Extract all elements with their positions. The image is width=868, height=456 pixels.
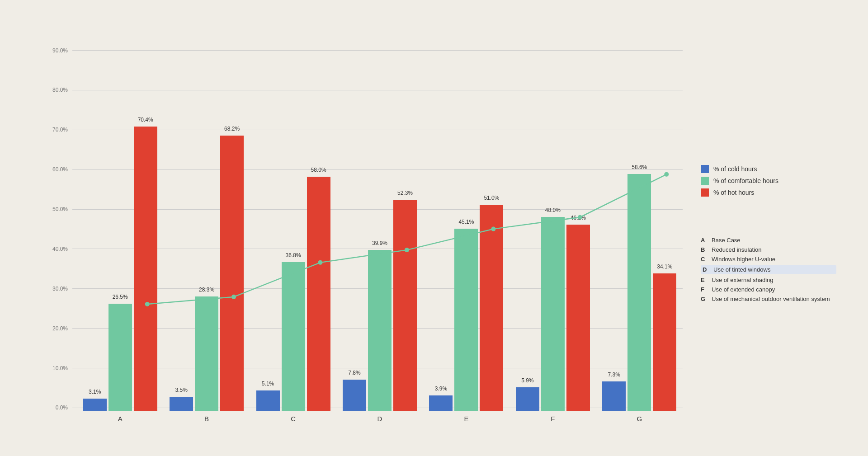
grid-bars-container: 90.0%80.0%70.0%60.0%50.0%40.0%30.0%20.0%… [50,47,683,411]
x-axis-label: F [535,415,571,423]
legend-label: % of comfortable hours [713,177,778,184]
legend-key-letter: F [701,286,708,293]
bar-group: 5.1%36.8%58.0% [250,47,336,411]
bar-group: 7.8%39.9%52.3% [336,47,423,411]
legend-key-item: C Windows higher U-value [701,256,836,263]
hot-bar: 51.0% [480,205,503,411]
cold-bar: 5.1% [256,390,280,411]
cold-bar: 7.3% [602,381,626,411]
legend-key-description: Reduced insulation [712,246,762,253]
comfortable-bar-label: 45.1% [458,219,474,225]
hot-bar: 52.3% [393,200,417,411]
legend-key-item: D Use of tinted windows [701,265,836,274]
y-tick-label: 60.0% [50,166,72,173]
chart-container: 90.0%80.0%70.0%60.0%50.0%40.0%30.0%20.0%… [23,16,845,441]
x-axis-label: E [448,415,484,423]
cold-bar-label: 5.9% [521,377,533,384]
hot-bar: 34.1% [653,273,676,411]
legend-key-item: B Reduced insulation [701,246,836,253]
bar-group: 3.5%28.3%68.2% [163,47,250,411]
legend-swatch [701,188,709,197]
comfortable-bar: 58.6% [627,174,651,411]
hot-bar: 68.2% [220,136,244,411]
hot-bar-label: 52.3% [397,190,413,196]
hot-bar-label: 58.0% [311,167,326,173]
comfortable-bar: 26.5% [108,304,132,411]
legend-divider [701,223,836,223]
hot-bar: 46.1% [566,225,590,411]
cold-bar-label: 3.5% [175,387,187,393]
comfortable-bar: 45.1% [454,229,478,411]
cold-bar: 5.9% [516,387,539,411]
comfortable-bar-label: 58.6% [632,164,647,170]
x-axis-label: A [102,415,138,423]
x-axis-label: G [621,415,657,423]
cold-bar-label: 7.8% [348,370,360,376]
bars-row: 3.5%28.3%68.2% [170,47,244,411]
hot-bar-label: 34.1% [657,263,672,270]
cold-bar-label: 3.9% [435,385,447,392]
bar-group: 3.1%26.5%70.4% [77,47,163,411]
bar-group: 3.9%45.1%51.0% [423,47,509,411]
legend-swatch [701,177,709,185]
legend-color-section: % of cold hours % of comfortable hours %… [701,165,836,200]
legend-key-description: Use of tinted windows [713,266,770,273]
y-tick-label: 40.0% [50,246,72,252]
hot-bar-label: 46.1% [571,215,586,221]
y-tick-label: 10.0% [50,365,72,371]
y-tick-label: 80.0% [50,87,72,93]
bars-row: 7.3%58.6%34.1% [602,47,676,411]
comfortable-bar: 48.0% [541,217,565,411]
legend-item: % of hot hours [701,188,836,197]
legend-area: % of cold hours % of comfortable hours %… [683,47,836,423]
legend-key-letter: G [701,296,708,302]
bars-row: 7.8%39.9%52.3% [343,47,417,411]
legend-key-description: Windows higher U-value [712,256,775,263]
cold-bar: 3.9% [429,395,453,411]
comfortable-bar-label: 28.3% [199,287,214,293]
bar-group: 7.3%58.6%34.1% [596,47,683,411]
legend-key-letter: B [701,246,708,253]
hot-bar: 70.4% [134,127,157,411]
y-tick-label: 30.0% [50,286,72,292]
y-tick-label: 20.0% [50,325,72,332]
legend-key-description: Base Case [712,237,741,244]
comfortable-bar-label: 36.8% [286,252,301,259]
y-tick-label: 70.0% [50,127,72,133]
bars-row: 3.9%45.1%51.0% [429,47,503,411]
cold-bar-label: 3.1% [89,389,101,395]
bars-row: 3.1%26.5%70.4% [83,47,157,411]
comfortable-bar-label: 26.5% [113,294,128,300]
legend-label: % of hot hours [713,189,754,196]
comfortable-bar: 36.8% [282,262,305,411]
cold-bar-label: 5.1% [262,381,274,387]
comfortable-bar: 39.9% [368,250,392,411]
legend-key-letter: E [701,277,708,283]
legend-key-item: G Use of mechanical outdoor ventilation … [701,296,836,302]
hot-bar-label: 68.2% [224,126,240,132]
hot-bar-label: 51.0% [484,195,499,201]
legend-key-description: Use of extended canopy [712,286,775,293]
x-axis: ABCDEFG [50,415,683,423]
cold-bar-label: 7.3% [608,371,620,378]
cold-bar: 3.1% [83,399,107,411]
hot-bar: 58.0% [307,177,330,411]
legend-key-letter: A [701,237,708,244]
legend-keys: A Base Case B Reduced insulation C Windo… [701,237,836,305]
legend-key-item: E Use of external shading [701,277,836,283]
bars-row: 5.9%48.0%46.1% [516,47,590,411]
comfortable-bar: 28.3% [195,296,218,411]
legend-swatch [701,165,709,173]
comfortable-bar-label: 48.0% [545,207,561,213]
bars-inner: 3.1%26.5%70.4%3.5%28.3%68.2%5.1%36.8%58.… [77,47,683,411]
x-axis-label: D [362,415,398,423]
legend-key-letter: D [703,266,710,273]
hot-bar-label: 70.4% [138,117,153,123]
cold-bar: 7.8% [343,380,366,411]
bars-row: 5.1%36.8%58.0% [256,47,330,411]
legend-key-description: Use of external shading [712,277,774,283]
bar-group: 5.9%48.0%46.1% [509,47,596,411]
cold-bar: 3.5% [170,397,193,411]
y-tick-label: 90.0% [50,47,72,54]
bars-area: 3.1%26.5%70.4%3.5%28.3%68.2%5.1%36.8%58.… [77,47,683,411]
